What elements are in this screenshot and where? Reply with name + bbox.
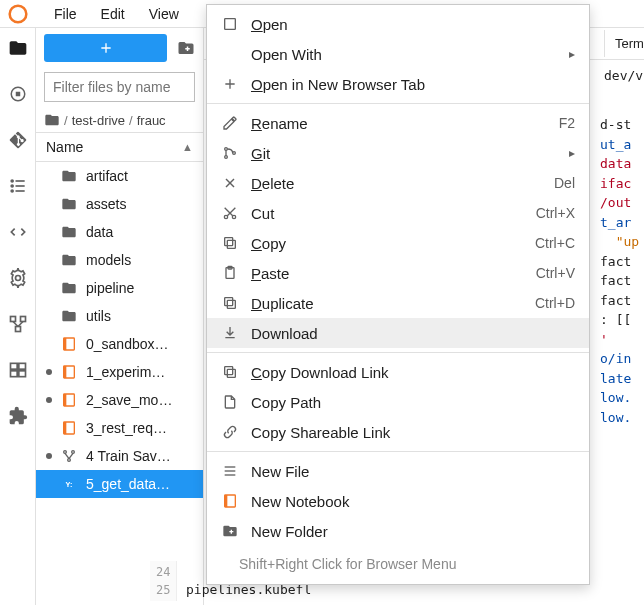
menu-item-shortcut: Ctrl+D — [535, 295, 575, 311]
file-row[interactable]: artifact — [36, 162, 203, 190]
menu-item-rename[interactable]: RenameF2 — [207, 108, 589, 138]
menu-item-shortcut: Ctrl+X — [536, 205, 575, 221]
file-filter-input[interactable] — [44, 72, 195, 102]
menu-item-download[interactable]: Download — [207, 318, 589, 348]
menu-item-open-in-new-browser-tab[interactable]: Open in New Browser Tab — [207, 69, 589, 99]
share-icon — [221, 423, 239, 441]
file-label: 3_rest_req… — [86, 420, 195, 436]
menu-item-shortcut: Del — [554, 175, 575, 191]
file-row[interactable]: data — [36, 218, 203, 246]
svg-rect-20 — [64, 338, 67, 350]
breadcrumb-seg[interactable]: test-drive — [72, 113, 125, 128]
menu-file[interactable]: File — [42, 2, 89, 26]
menu-item-label: Rename — [251, 115, 547, 132]
menu-item-shortcut: F2 — [559, 115, 575, 131]
svg-point-41 — [232, 215, 235, 218]
file-type-icon — [60, 251, 78, 269]
newfile-icon — [221, 462, 239, 480]
menu-item-paste[interactable]: PasteCtrl+V — [207, 258, 589, 288]
menu-item-cut[interactable]: CutCtrl+X — [207, 198, 589, 228]
file-row[interactable]: Y:5_get_data… — [36, 470, 203, 498]
menu-separator — [207, 103, 589, 104]
menu-item-delete[interactable]: DeleteDel — [207, 168, 589, 198]
git-icon[interactable] — [8, 130, 28, 150]
menu-item-label: New Folder — [251, 523, 575, 540]
svg-text:Y:: Y: — [66, 480, 73, 489]
running-icon[interactable] — [8, 84, 28, 104]
svg-rect-17 — [10, 371, 17, 377]
file-type-icon — [60, 363, 78, 381]
menu-item-git[interactable]: Git▸ — [207, 138, 589, 168]
svg-point-40 — [224, 215, 227, 218]
svg-rect-49 — [225, 298, 233, 306]
menu-item-duplicate[interactable]: DuplicateCtrl+D — [207, 288, 589, 318]
breadcrumb[interactable]: / test-drive / frauc — [36, 106, 203, 132]
cut-icon — [221, 204, 239, 222]
menu-item-copy-download-link[interactable]: Copy Download Link — [207, 357, 589, 387]
svg-point-28 — [72, 451, 75, 454]
context-menu-hint: Shift+Right Click for Browser Menu — [207, 546, 589, 580]
extensions-icon[interactable] — [8, 268, 28, 288]
menu-item-copy-path[interactable]: Copy Path — [207, 387, 589, 417]
file-row[interactable]: 3_rest_req… — [36, 414, 203, 442]
file-row[interactable]: 1_experim… — [36, 358, 203, 386]
menu-item-open[interactable]: Open — [207, 9, 589, 39]
file-label: 2_save_mo… — [86, 392, 195, 408]
tab-terminal[interactable]: Termi — [604, 30, 644, 57]
new-launcher-button[interactable] — [44, 34, 167, 62]
menu-item-label: Open — [251, 16, 575, 33]
file-type-icon — [60, 307, 78, 325]
file-label: assets — [86, 196, 195, 212]
file-row[interactable]: 2_save_mo… — [36, 386, 203, 414]
notebook-icon — [221, 492, 239, 510]
svg-rect-26 — [64, 422, 67, 434]
file-type-icon — [60, 279, 78, 297]
menu-edit[interactable]: Edit — [89, 2, 137, 26]
code-snippet-icon[interactable] — [8, 222, 28, 242]
file-row[interactable]: assets — [36, 190, 203, 218]
menu-item-label: Cut — [251, 205, 524, 222]
paste-icon — [221, 264, 239, 282]
commands-icon[interactable] — [8, 360, 28, 380]
toc-icon[interactable] — [8, 176, 28, 196]
file-list-header[interactable]: Name ▲ — [36, 132, 203, 162]
menu-item-copy[interactable]: CopyCtrl+C — [207, 228, 589, 258]
file-label: 0_sandbox… — [86, 336, 195, 352]
breadcrumb-seg[interactable]: frauc — [137, 113, 166, 128]
new-folder-icon[interactable] — [177, 39, 195, 57]
file-row[interactable]: 4 Train Sav… — [36, 442, 203, 470]
svg-point-3 — [11, 180, 13, 182]
activity-bar — [0, 28, 36, 605]
file-type-icon — [60, 419, 78, 437]
svg-rect-16 — [18, 363, 25, 369]
svg-rect-10 — [10, 317, 15, 322]
duplicate-icon — [221, 294, 239, 312]
newfolder-icon — [221, 522, 239, 540]
menu-view[interactable]: View — [137, 2, 191, 26]
copy-icon — [221, 234, 239, 252]
file-label: 5_get_data… — [86, 476, 195, 492]
file-row[interactable]: pipeline — [36, 274, 203, 302]
jupyter-logo-icon — [8, 4, 28, 24]
file-row[interactable]: utils — [36, 302, 203, 330]
file-row[interactable]: models — [36, 246, 203, 274]
svg-line-30 — [65, 453, 69, 458]
menu-item-open-with[interactable]: Open With▸ — [207, 39, 589, 69]
file-type-icon — [60, 195, 78, 213]
menu-item-label: Download — [251, 325, 575, 342]
menu-item-new-notebook[interactable]: New Notebook — [207, 486, 589, 516]
menu-item-new-folder[interactable]: New Folder — [207, 516, 589, 546]
column-name: Name — [46, 139, 83, 155]
file-row[interactable]: 0_sandbox… — [36, 330, 203, 358]
menu-item-new-file[interactable]: New File — [207, 456, 589, 486]
menu-item-copy-shareable-link[interactable]: Copy Shareable Link — [207, 417, 589, 447]
menu-item-label: Git — [251, 145, 557, 162]
dirty-indicator-icon — [46, 369, 52, 375]
menu-item-shortcut: Ctrl+V — [536, 265, 575, 281]
svg-rect-12 — [15, 327, 20, 332]
pipeline-components-icon[interactable] — [8, 314, 28, 334]
blank-icon — [221, 45, 239, 63]
puzzle-icon[interactable] — [8, 406, 28, 426]
plus-icon — [221, 75, 239, 93]
folder-icon[interactable] — [8, 38, 28, 58]
